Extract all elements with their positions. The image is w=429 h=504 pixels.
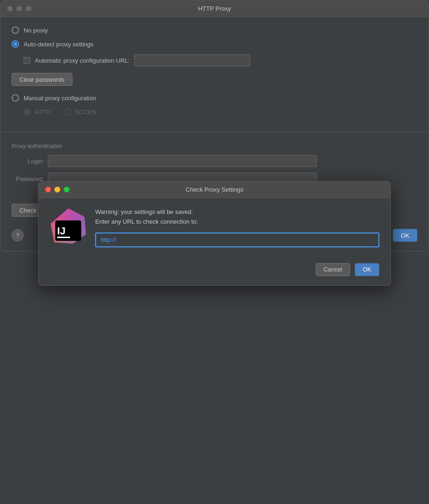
close-button-proxy[interactable] — [7, 6, 13, 12]
login-input[interactable] — [48, 155, 317, 167]
auto-detect-radio[interactable] — [12, 40, 19, 48]
http-protocol-label: HTTP — [35, 109, 51, 116]
http-proxy-title: HTTP Proxy — [198, 5, 231, 12]
manual-proxy-label: Manual proxy configuration — [24, 95, 96, 102]
minimize-button-proxy[interactable] — [16, 6, 22, 12]
auto-config-label: Automatic proxy configuration URL: — [35, 57, 130, 64]
dialog-ok-button[interactable]: OK — [355, 263, 379, 276]
no-proxy-row: No proxy — [12, 26, 417, 34]
socks-protocol-group: SOCKS — [64, 108, 96, 116]
no-proxy-radio[interactable] — [12, 26, 19, 34]
maximize-button-dialog[interactable] — [64, 187, 70, 193]
auto-detect-label: Auto-detect proxy settings — [24, 41, 93, 48]
login-row: Login: — [12, 155, 417, 167]
no-proxy-label: No proxy — [24, 27, 48, 34]
check-proxy-title: Check Proxy Settings — [186, 186, 243, 193]
check-proxy-dialog: Check Proxy Settings — [38, 181, 391, 286]
dialog-warning-text: Warning: your settings will be saved. En… — [95, 207, 379, 227]
check-proxy-titlebar: Check Proxy Settings — [39, 181, 390, 198]
manual-proxy-row: Manual proxy configuration — [12, 94, 417, 102]
clear-passwords-container: Clear passwords — [12, 73, 417, 86]
auto-config-checkbox[interactable] — [24, 57, 30, 64]
auto-config-url-input[interactable] — [134, 54, 250, 66]
minimize-button-dialog[interactable] — [54, 187, 60, 193]
auto-config-row: Automatic proxy configuration URL: — [24, 54, 417, 66]
clear-passwords-button[interactable]: Clear passwords — [12, 73, 72, 86]
dialog-main-content: IJ Warning: your settings will be saved.… — [39, 198, 390, 257]
svg-text:IJ: IJ — [57, 225, 65, 237]
close-button-dialog[interactable] — [45, 187, 51, 193]
dialog-cancel-button[interactable]: Cancel — [316, 263, 350, 276]
login-label: Login: — [12, 158, 44, 165]
auto-config-section: Automatic proxy configuration URL: — [24, 54, 417, 66]
protocol-section: HTTP SOCKS — [24, 108, 417, 116]
proxy-ok-button[interactable]: OK — [393, 229, 417, 242]
help-button[interactable]: ? — [12, 229, 24, 241]
proxy-content: No proxy Auto-detect proxy settings Auto… — [0, 17, 429, 131]
traffic-lights-proxy — [7, 6, 32, 12]
dialog-action-buttons: Cancel OK — [39, 257, 390, 285]
traffic-lights-dialog — [45, 187, 70, 193]
http-protocol-radio[interactable] — [24, 108, 31, 116]
protocol-row: HTTP SOCKS — [24, 108, 417, 116]
http-protocol-group: HTTP — [24, 108, 51, 116]
proxy-divider — [0, 131, 429, 132]
manual-proxy-radio[interactable] — [12, 94, 19, 102]
maximize-button-proxy[interactable] — [26, 6, 32, 12]
http-proxy-titlebar: HTTP Proxy — [0, 0, 429, 17]
svg-rect-4 — [57, 237, 70, 238]
proxy-auth-label: Proxy authentication — [12, 143, 417, 149]
socks-protocol-label: SOCKS — [75, 109, 96, 116]
dialog-text-section: Warning: your settings will be saved. En… — [95, 207, 379, 247]
ij-logo: IJ — [50, 207, 87, 245]
auto-detect-row: Auto-detect proxy settings — [12, 40, 417, 48]
password-label: Password: — [12, 175, 44, 182]
check-proxy-url-input[interactable] — [95, 233, 379, 247]
socks-protocol-radio[interactable] — [64, 108, 71, 116]
